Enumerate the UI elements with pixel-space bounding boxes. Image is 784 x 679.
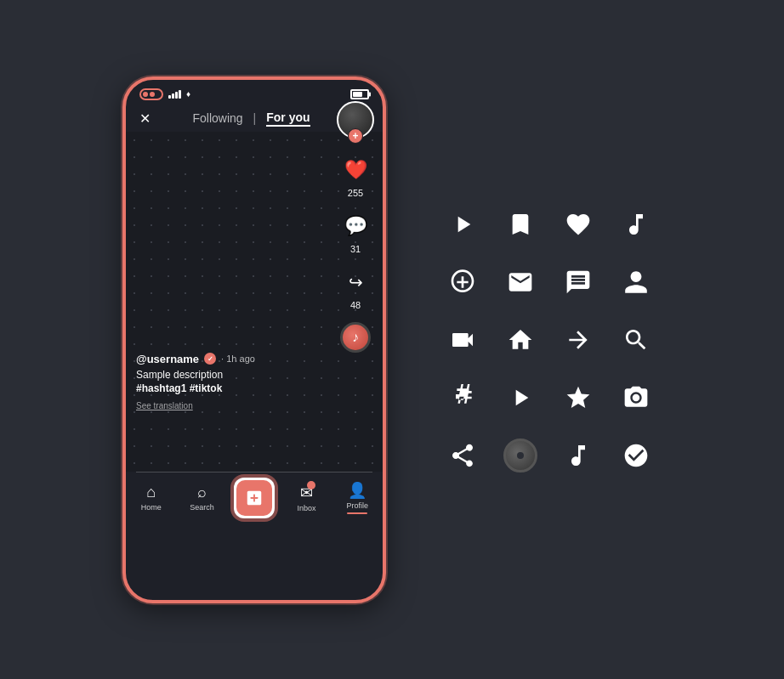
share-count: 48 (350, 300, 361, 310)
add-button[interactable] (234, 478, 275, 518)
profile-nav-item[interactable]: 👤 Profile (338, 481, 376, 514)
foryou-tab[interactable]: For you (266, 110, 310, 127)
mail-icon (507, 269, 534, 296)
video-area: + ❤️ 255 💬 31 ↪ 48 ♪ (126, 132, 383, 472)
signal-bar-4 (179, 90, 181, 99)
share-icon-cell[interactable] (553, 314, 604, 365)
hashtag-icon-cell[interactable] (437, 372, 488, 423)
profile-nav-label: Profile (346, 501, 368, 510)
user-icon-cell[interactable] (611, 257, 662, 308)
share2-icon-cell[interactable] (437, 430, 488, 481)
location-icon: ♦ (186, 89, 190, 99)
check-icon (622, 442, 650, 469)
signal-bar-2 (172, 93, 174, 99)
time-ago: · 1h ago (221, 354, 255, 364)
add-circle-icon (449, 269, 476, 296)
heart-icon (565, 211, 592, 238)
pill-dot2 (150, 92, 155, 97)
music-disc: ♪ (340, 322, 371, 353)
follow-button[interactable]: + (348, 128, 363, 144)
bookmark-icon-cell[interactable] (495, 199, 546, 250)
music-disc-icon (565, 442, 592, 469)
profile-nav-icon: 👤 (348, 481, 366, 500)
following-tab[interactable]: Following (192, 111, 242, 125)
star-icon (565, 384, 592, 411)
user-icon (622, 269, 650, 296)
inbox-nav-item[interactable]: ✉ Inbox (288, 484, 326, 512)
play-icon-cell[interactable] (437, 199, 488, 250)
hashtag-icon (449, 384, 476, 411)
share-icon (565, 326, 592, 354)
play-icon (449, 211, 476, 238)
mail-icon-cell[interactable] (495, 257, 546, 308)
home-nav-icon: ⌂ (146, 484, 156, 501)
signal-bar-3 (175, 92, 178, 99)
photo-icon-cell[interactable] (611, 372, 662, 423)
avatar-container[interactable]: + (337, 101, 374, 139)
phone-frame: ♦ ✕ Following | For you (122, 76, 386, 603)
phone-wrapper: ♦ ✕ Following | For you (122, 76, 386, 603)
add-circle-icon-cell[interactable] (437, 257, 488, 308)
disc-icon (503, 439, 537, 472)
battery-icon (350, 89, 369, 99)
chat-icon-cell[interactable] (553, 257, 604, 308)
music-note-icon-cell[interactable] (611, 199, 662, 250)
search-icon (622, 326, 650, 354)
photo-icon (622, 384, 650, 411)
comment-action-icon: 💬 (339, 210, 372, 242)
main-container: ♦ ✕ Following | For you (0, 0, 784, 679)
username-row: @username ✓ · 1h ago (136, 353, 332, 365)
close-button[interactable]: ✕ (139, 110, 151, 127)
inbox-icon-wrapper: ✉ (300, 484, 313, 502)
check-icon-cell[interactable] (611, 430, 662, 481)
comment-action[interactable]: 💬 31 (339, 210, 372, 254)
star-icon-cell[interactable] (553, 372, 604, 423)
hashtags: #hashtag1 #tiktok (136, 382, 332, 394)
pill-dot (143, 92, 148, 97)
share2-icon (449, 442, 476, 469)
home-nav-item[interactable]: ⌂ Home (133, 484, 170, 512)
action-buttons: + ❤️ 255 💬 31 ↪ 48 ♪ (337, 101, 374, 353)
verified-icon: ✓ (204, 353, 216, 365)
description: Sample description (136, 369, 332, 381)
music-action[interactable]: ♪ (340, 322, 371, 353)
play-filled-icon-cell[interactable] (495, 372, 546, 423)
see-translation[interactable]: See translation (136, 401, 193, 410)
like-action[interactable]: ❤️ 255 (339, 154, 372, 198)
music-disc-icon-cell[interactable] (553, 430, 604, 481)
signal-bar-1 (168, 95, 171, 99)
heart-icon-cell[interactable] (553, 199, 604, 250)
profile-active-indicator (347, 512, 367, 514)
disc-icon-cell[interactable] (495, 430, 546, 481)
bottom-nav: ⌂ Home ⌕ Search ✉ Inb (126, 472, 383, 525)
bookmark-icon (507, 211, 534, 238)
battery-fill (353, 92, 362, 97)
search-nav-icon: ⌕ (197, 484, 207, 501)
comment-count: 31 (350, 244, 361, 254)
camera-video-icon (449, 326, 476, 354)
share-action-icon: ↪ (339, 266, 372, 298)
username: @username (136, 353, 199, 365)
icons-panel (437, 199, 662, 481)
share-action[interactable]: ↪ 48 (339, 266, 372, 310)
camera-icon-cell[interactable] (437, 314, 488, 365)
inbox-nav-label: Inbox (298, 504, 316, 512)
signal-bars (168, 90, 181, 99)
like-count: 255 (348, 188, 363, 198)
home-icon-cell[interactable] (495, 314, 546, 365)
home-nav-label: Home (141, 503, 162, 512)
heart-action-icon: ❤️ (339, 154, 372, 186)
status-left: ♦ (139, 88, 190, 100)
pill-icon (139, 88, 163, 100)
nav-separator: | (253, 111, 257, 125)
video-info: @username ✓ · 1h ago Sample description … (136, 353, 332, 412)
search-icon-cell[interactable] (611, 314, 662, 365)
search-nav-label: Search (190, 503, 214, 512)
inbox-badge (307, 481, 315, 489)
music-note-icon (622, 211, 650, 238)
home-icon (507, 326, 534, 354)
play-filled-icon (507, 384, 534, 411)
add-button-inner (236, 480, 272, 516)
nav-tabs: Following | For you (192, 110, 310, 127)
search-nav-item[interactable]: ⌕ Search (183, 484, 220, 512)
